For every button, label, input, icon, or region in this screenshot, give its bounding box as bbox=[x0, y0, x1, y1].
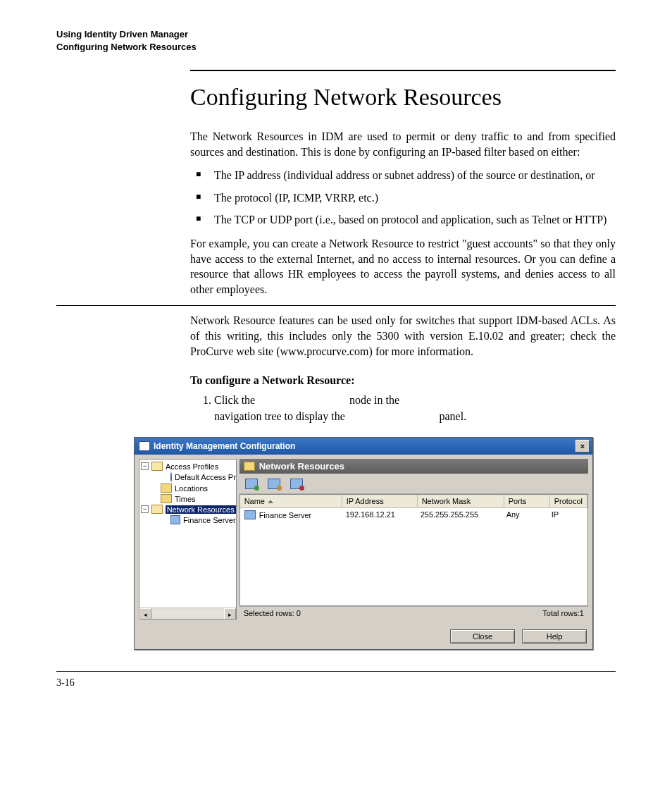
step-text-a: Click the bbox=[214, 394, 258, 406]
config-window: Identity Management Configuration × − Ac… bbox=[134, 437, 593, 650]
panel-title: Network Resources bbox=[259, 461, 344, 472]
resource-table[interactable]: Name IP Address Network Mask Ports Proto… bbox=[239, 494, 588, 606]
procedure-heading: To configure a Network Resource: bbox=[190, 374, 616, 387]
folder-icon bbox=[151, 505, 163, 514]
tree-node-finance-server[interactable]: Finance Server bbox=[141, 515, 236, 525]
bullet-item: The protocol (IP, ICMP, VRRP, etc.) bbox=[190, 190, 616, 206]
dialog-buttons: Close Help bbox=[135, 624, 592, 649]
folder-icon bbox=[161, 494, 172, 503]
app-icon bbox=[139, 441, 150, 451]
running-head-line1: Using Identity Driven Manager bbox=[56, 28, 616, 41]
help-button[interactable]: Help bbox=[522, 629, 587, 643]
col-ports[interactable]: Ports bbox=[504, 495, 550, 507]
running-head-line2: Configuring Network Resources bbox=[56, 41, 616, 54]
scroll-right-icon[interactable]: ▸ bbox=[224, 608, 236, 620]
window-titlebar[interactable]: Identity Management Configuration × bbox=[135, 438, 592, 455]
close-button[interactable]: Close bbox=[450, 629, 515, 643]
tree-label: Default Access Pr bbox=[175, 473, 236, 481]
mid-rule bbox=[56, 305, 616, 306]
scroll-left-icon[interactable]: ◂ bbox=[139, 608, 151, 620]
running-head: Using Identity Driven Manager Configurin… bbox=[56, 28, 616, 53]
tree-label: Times bbox=[175, 495, 196, 503]
window-title: Identity Management Configuration bbox=[154, 441, 295, 451]
step-text-c: navigation tree to display the bbox=[214, 410, 348, 422]
resource-icon bbox=[170, 515, 180, 524]
add-resource-button[interactable] bbox=[244, 476, 259, 491]
panel-toolbar bbox=[239, 474, 588, 494]
navigation-tree[interactable]: − Access Profiles Default Access Pr Loca… bbox=[139, 459, 237, 620]
table-header[interactable]: Name IP Address Network Mask Ports Proto… bbox=[240, 495, 587, 508]
delete-icon bbox=[290, 479, 303, 489]
table-row[interactable]: Finance Server 192.168.12.21 255.255.255… bbox=[240, 508, 587, 522]
step-item: Click the Network Resources node in the … bbox=[214, 393, 616, 424]
tree-label: Access Profiles bbox=[166, 462, 218, 471]
cell-mask: 255.255.255.255 bbox=[416, 510, 502, 520]
tree-node-access-profiles[interactable]: − Access Profiles bbox=[141, 461, 236, 472]
collapse-icon[interactable]: − bbox=[141, 505, 149, 513]
col-name[interactable]: Name bbox=[240, 495, 342, 507]
col-protocol[interactable]: Protocol bbox=[550, 495, 587, 507]
top-rule bbox=[190, 70, 616, 71]
page-title: Configuring Network Resources bbox=[190, 84, 616, 111]
tree-label: Finance Server bbox=[183, 516, 236, 524]
example-paragraph: For example, you can create a Network Re… bbox=[190, 236, 616, 297]
edit-resource-button[interactable] bbox=[266, 476, 282, 491]
step-text-b: node in the bbox=[349, 394, 399, 406]
tree-scrollbar[interactable]: ◂ ▸ bbox=[139, 608, 236, 619]
cell-ip: 192.168.12.21 bbox=[342, 510, 416, 520]
cell-protocol: IP bbox=[547, 510, 587, 520]
status-bar: Selected rows: 0 Total rows:1 bbox=[239, 606, 588, 620]
globe-icon bbox=[170, 472, 172, 482]
page-number: 3-16 bbox=[56, 677, 616, 689]
resource-icon bbox=[244, 510, 256, 519]
tree-node-default-access[interactable]: Default Access Pr bbox=[141, 472, 236, 483]
panel-header: Network Resources bbox=[239, 459, 588, 474]
bullet-item: The TCP or UDP port (i.e., based on prot… bbox=[190, 212, 616, 228]
tree-node-locations[interactable]: Locations bbox=[141, 483, 236, 493]
delete-resource-button[interactable] bbox=[289, 476, 304, 491]
folder-icon bbox=[244, 462, 255, 471]
sort-asc-icon bbox=[268, 500, 273, 503]
note-paragraph: Network Resource features can be used on… bbox=[190, 313, 616, 359]
step-list: Click the Network Resources node in the … bbox=[190, 393, 616, 424]
folder-icon bbox=[151, 462, 163, 471]
step-text-d: panel. bbox=[439, 410, 466, 422]
edit-icon bbox=[268, 479, 280, 489]
bullet-item: The IP address (individual address or su… bbox=[190, 168, 616, 183]
cell-name: Finance Server bbox=[259, 511, 312, 519]
intro-paragraph: The Network Resources in IDM are used to… bbox=[190, 129, 616, 159]
status-total: Total rows:1 bbox=[542, 609, 584, 617]
tree-node-network-resources[interactable]: − Network Resources bbox=[141, 504, 236, 515]
close-icon[interactable]: × bbox=[575, 440, 590, 452]
cell-ports: Any bbox=[502, 510, 547, 520]
folder-icon bbox=[161, 483, 172, 493]
tree-node-times[interactable]: Times bbox=[141, 493, 236, 504]
tree-label-selected: Network Resources bbox=[166, 505, 236, 514]
col-mask[interactable]: Network Mask bbox=[418, 495, 504, 507]
footer-rule bbox=[56, 671, 616, 672]
bullet-list: The IP address (individual address or su… bbox=[190, 168, 616, 228]
col-ip[interactable]: IP Address bbox=[342, 495, 418, 507]
collapse-icon[interactable]: − bbox=[141, 462, 149, 470]
status-selected: Selected rows: 0 bbox=[244, 609, 301, 617]
add-icon bbox=[245, 479, 258, 489]
tree-label: Locations bbox=[175, 484, 208, 493]
